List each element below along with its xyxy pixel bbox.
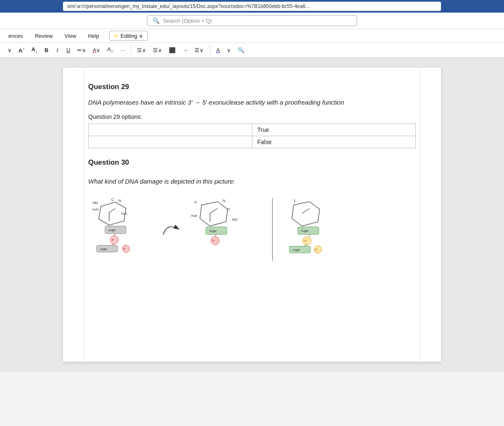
chem-svg-right2: 1 5ugar P sugar P [281,196,348,263]
svg-line-34 [302,208,310,213]
menu-view[interactable]: View [63,32,78,40]
svg-text:H₂N: H₂N [92,208,99,211]
increase-font-btn[interactable]: A↑ [16,45,27,55]
search-icon: 🔍 [152,17,160,24]
svg-line-23 [210,208,218,213]
chem-svg-left: HN N H₂O H₂N sugar P [88,196,155,263]
formatting-toolbar: ∨ A↑ A↓ B I U ✏∨ A∨ A○ ··· ☰∨ ☰∨ ⬛ → ☰∨ … [0,43,504,58]
italic-btn[interactable]: I [53,46,62,55]
question30-body: What kind of DNA damage is depicted in t… [88,178,416,185]
menu-bar: ences Review View Help ✏ Editing ∨ [0,29,504,43]
indent-left-btn[interactable]: ⬛ [166,46,178,55]
svg-line-15 [114,234,116,236]
highlight-btn[interactable]: ✏∨ [75,46,89,55]
arrow-svg [160,217,185,242]
editing-button[interactable]: ✏ Editing ∨ [109,31,148,41]
underline-btn[interactable]: U [64,46,73,55]
menu-help[interactable]: Help [86,32,101,40]
search-row: 🔍 Search (Option + Q) [0,13,504,29]
sep1 [131,45,131,55]
menu-review[interactable]: Review [33,32,55,40]
svg-text:1: 1 [294,199,296,203]
svg-point-28 [211,237,219,245]
svg-marker-33 [292,202,320,226]
option-left-2 [89,136,252,148]
find-btn[interactable]: ∨ [224,46,234,55]
svg-text:P: P [315,248,318,251]
margin-right [420,68,420,362]
svg-line-3 [109,208,116,213]
chemical-diagram: HN N H₂O H₂N sugar P [88,192,416,267]
svg-text:-V: -V [193,200,197,204]
indent-right-btn[interactable]: → [180,46,190,55]
styles-btn[interactable]: A [213,46,223,55]
editing-label: Editing [121,33,137,39]
chem-structure-left: HN N H₂O H₂N sugar P [88,196,155,263]
question29-options-label: Question 29 options: [88,113,416,120]
chem-structure-right2: 1 5ugar P sugar P [281,196,348,263]
menu-ences[interactable]: ences [7,32,25,40]
svg-text:H₂O: H₂O [121,212,127,216]
reaction-arrow [160,217,185,242]
address-bar[interactable]: om/:w:/r/personal/eenongen_my_tnstate_ed… [63,2,441,11]
pencil-icon: ✏ [114,32,119,39]
svg-text:N: N [118,199,121,203]
search-box[interactable]: 🔍 Search (Option + Q) [147,15,357,26]
editing-chevron: ∨ [139,33,143,39]
svg-text:P: P [112,239,114,242]
style-dropdown-btn[interactable]: ∨ [5,46,14,55]
bold-btn[interactable]: B [42,46,51,55]
spacer [88,173,416,178]
option-false: False [252,136,416,148]
svg-marker-22 [200,202,228,226]
chem-svg-right1: -V N H H₂N 5ugar P HO [189,196,256,263]
svg-text:HO: HO [232,218,238,222]
document-area: Question 29 DNA polymerases have an intr… [0,58,504,372]
margin-left [84,68,84,362]
browser-bar: om/:w:/r/personal/eenongen_my_tnstate_ed… [0,0,504,13]
option-left-1 [89,124,252,136]
svg-point-9 [110,236,118,244]
question30-title: Question 30 [88,158,416,167]
svg-text:HN: HN [92,201,98,205]
question29-title: Question 29 [88,83,416,91]
svg-text:5ugar: 5ugar [301,229,309,233]
options-table: True False [88,124,416,148]
more-btn[interactable]: ··· [118,46,128,55]
table-row: True [89,124,416,136]
question29-body: DNA polymerases have an intrinsic 3′ → 5… [88,98,416,108]
numbering-btn[interactable]: ☰∨ [150,46,165,55]
svg-text:H₂N: H₂N [191,214,197,218]
decrease-font-btn[interactable]: A↓ [29,45,40,55]
svg-text:5ugar: 5ugar [209,229,217,233]
chem-structure-right1: -V N H H₂N 5ugar P HO [189,196,256,263]
svg-text:N: N [223,199,226,203]
svg-text:C: C [111,197,114,202]
option-true: True [252,124,416,136]
svg-point-37 [303,237,311,245]
svg-text:sugar: sugar [100,247,108,251]
search-doc-btn[interactable]: 🔍 [235,46,247,55]
svg-text:sugar: sugar [108,229,116,232]
bullets-btn[interactable]: ☰∨ [134,46,149,55]
svg-text:P: P [304,239,307,242]
document-page: Question 29 DNA polymerases have an intr… [63,68,441,362]
vertical-divider [272,198,273,261]
sep2 [210,45,210,55]
font-color2-btn[interactable]: A○ [105,45,116,55]
svg-text:sugar: sugar [293,248,300,252]
svg-text:P: P [123,247,126,250]
svg-line-31 [215,234,216,237]
table-row: False [89,136,416,148]
line-spacing-btn[interactable]: ☰∨ [192,46,206,55]
font-color-btn[interactable]: A∨ [90,46,103,55]
svg-text:P: P [213,239,215,242]
search-placeholder: Search (Option + Q) [163,18,212,24]
